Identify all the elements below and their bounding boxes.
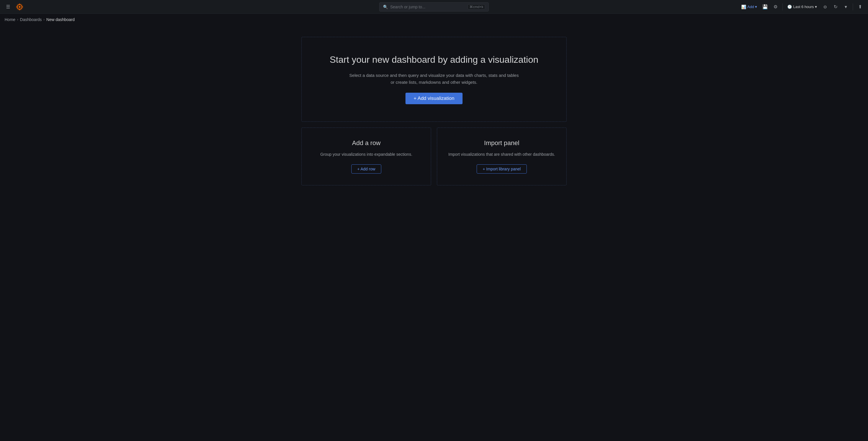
import-panel-subtitle: Import visualizations that are shared wi… bbox=[448, 151, 555, 158]
add-label: Add bbox=[747, 5, 754, 9]
main-content: Start your new dashboard by adding a vis… bbox=[0, 25, 868, 197]
collapse-icon: ⬆ bbox=[858, 4, 862, 9]
hero-subtitle-line1: Select a data source and then query and … bbox=[349, 73, 519, 78]
breadcrumb-current: New dashboard bbox=[46, 17, 75, 22]
topbar-divider bbox=[782, 3, 783, 10]
hero-card: Start your new dashboard by adding a vis… bbox=[302, 37, 566, 122]
topbar-left: ☰ bbox=[3, 2, 24, 11]
hero-title: Start your new dashboard by adding a vis… bbox=[330, 55, 538, 65]
topbar-right: 📊 Add ▾ 💾 ⚙ 🕐 Last 6 hours ▾ ⊖ ↻ ▾ ⬆ bbox=[739, 2, 865, 11]
refresh-dropdown-chevron-icon: ▾ bbox=[845, 4, 847, 9]
bottom-cards: Add a row Group your visualizations into… bbox=[302, 128, 566, 185]
menu-button[interactable]: ☰ bbox=[3, 2, 13, 11]
collapse-button[interactable]: ⬆ bbox=[855, 2, 865, 11]
breadcrumb-home[interactable]: Home bbox=[5, 17, 15, 22]
search-icon: 🔍 bbox=[383, 5, 388, 9]
settings-icon: ⚙ bbox=[773, 4, 777, 9]
menu-icon: ☰ bbox=[6, 4, 10, 9]
import-library-panel-button[interactable]: + Import library panel bbox=[477, 164, 527, 174]
grafana-logo-icon bbox=[16, 3, 24, 11]
save-button[interactable]: 💾 bbox=[761, 2, 770, 11]
svg-point-2 bbox=[19, 6, 21, 8]
breadcrumb-separator-1: › bbox=[17, 18, 18, 22]
refresh-button[interactable]: ↻ bbox=[831, 2, 840, 11]
grafana-logo[interactable] bbox=[15, 2, 24, 11]
topbar: ☰ 🔍 Search or jump to... ⌘cmd+k 📊 Add ▾ bbox=[0, 0, 868, 14]
add-button[interactable]: 📊 Add ▾ bbox=[739, 2, 760, 11]
zoom-out-icon: ⊖ bbox=[823, 4, 827, 9]
time-range-label: Last 6 hours bbox=[793, 5, 814, 9]
refresh-icon: ↻ bbox=[834, 4, 837, 9]
add-chart-icon: 📊 bbox=[741, 5, 746, 9]
time-range-chevron-icon: ▾ bbox=[815, 5, 817, 9]
add-visualization-button[interactable]: + Add visualization bbox=[405, 93, 462, 104]
topbar-divider-2 bbox=[853, 3, 853, 10]
search-shortcut: ⌘cmd+k bbox=[468, 4, 485, 9]
search-bar[interactable]: 🔍 Search or jump to... ⌘cmd+k bbox=[379, 2, 489, 11]
add-row-subtitle: Group your visualizations into expandabl… bbox=[320, 151, 412, 158]
breadcrumb: Home › Dashboards › New dashboard bbox=[0, 14, 868, 25]
add-row-card: Add a row Group your visualizations into… bbox=[302, 128, 431, 185]
import-panel-card: Import panel Import visualizations that … bbox=[437, 128, 566, 185]
hero-subtitle-line2: or create lists, markdowns and other wid… bbox=[391, 80, 477, 84]
clock-icon: 🕐 bbox=[787, 5, 792, 9]
add-chevron-icon: ▾ bbox=[755, 5, 757, 9]
search-placeholder: Search or jump to... bbox=[390, 5, 465, 9]
save-icon: 💾 bbox=[762, 4, 768, 9]
zoom-out-button[interactable]: ⊖ bbox=[820, 2, 830, 11]
breadcrumb-dashboards[interactable]: Dashboards bbox=[20, 17, 42, 22]
breadcrumb-separator-2: › bbox=[43, 18, 45, 22]
time-range-button[interactable]: 🕐 Last 6 hours ▾ bbox=[785, 2, 819, 11]
hero-subtitle: Select a data source and then query and … bbox=[349, 72, 519, 86]
refresh-dropdown-button[interactable]: ▾ bbox=[841, 2, 850, 11]
add-row-title: Add a row bbox=[352, 139, 380, 147]
import-panel-title: Import panel bbox=[484, 139, 519, 147]
add-row-button[interactable]: + Add row bbox=[351, 164, 381, 174]
settings-button[interactable]: ⚙ bbox=[771, 2, 780, 11]
